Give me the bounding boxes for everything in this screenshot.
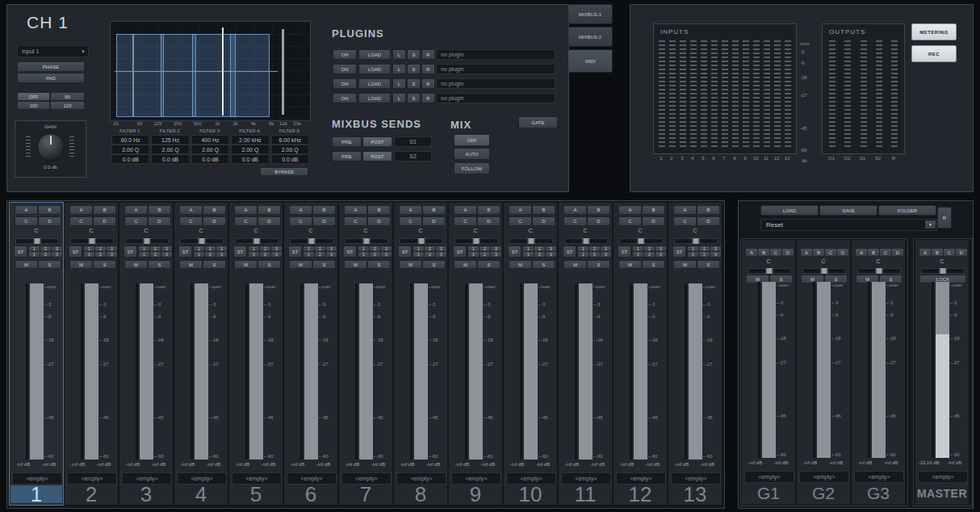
pan-slider[interactable] xyxy=(125,238,169,244)
stereo-button[interactable]: ST xyxy=(453,246,467,258)
fader-track[interactable] xyxy=(81,283,83,460)
eq-band-5[interactable] xyxy=(230,34,270,117)
send-1-bottom-button[interactable]: 1 xyxy=(138,251,150,258)
send-3-bottom-button[interactable]: 3 xyxy=(655,251,667,258)
channel-strip-2[interactable]: ABCDCST112233MSover-3-9-18-27-45-60-inf … xyxy=(65,203,118,505)
mute-button[interactable]: M xyxy=(179,260,203,269)
route-c-button[interactable]: C xyxy=(618,216,642,226)
send-3-bottom-button[interactable]: 3 xyxy=(216,251,228,258)
send-2-bottom-button[interactable]: 2 xyxy=(94,251,107,258)
stereo-button[interactable]: ST xyxy=(124,246,137,258)
route-c-button[interactable]: C xyxy=(179,216,203,226)
solo-button[interactable]: S xyxy=(258,260,281,269)
plugin-r-button[interactable]: R xyxy=(421,64,435,74)
mute-button[interactable]: M xyxy=(15,260,38,269)
mute-button[interactable]: M xyxy=(509,260,532,269)
mix-off-button[interactable]: OFF xyxy=(454,134,490,146)
filter-gain-value[interactable]: 0.0 dB xyxy=(151,154,189,164)
plugin-l-button[interactable]: L xyxy=(392,49,406,60)
plugin-on-button[interactable]: ON xyxy=(333,64,357,74)
hpf-off-button[interactable]: OFF xyxy=(17,92,50,101)
route-d-button[interactable]: D xyxy=(38,216,61,226)
fader-track[interactable] xyxy=(191,283,193,460)
route-d-button[interactable]: D xyxy=(312,216,336,226)
eq-band-4[interactable] xyxy=(192,34,236,117)
snapshot-save-button[interactable]: SAVE xyxy=(819,205,877,216)
hpf-120-button[interactable]: 120 xyxy=(50,101,85,110)
channel-strip-12[interactable]: ABCDCST112233MSover-3-9-18-27-45-60-inf … xyxy=(614,203,667,505)
pan-slider[interactable] xyxy=(509,238,553,244)
fader-track[interactable] xyxy=(630,283,632,460)
solo-button[interactable]: S xyxy=(422,260,446,269)
route-b-button[interactable]: B xyxy=(477,205,500,215)
route-c-button[interactable]: C xyxy=(454,216,477,226)
strip-label[interactable]: 5 xyxy=(230,485,282,503)
plugin-slot[interactable]: no plugin xyxy=(436,49,555,60)
plugin-r-button[interactable]: R xyxy=(421,93,435,103)
filter-q-value[interactable]: 2.00 Q xyxy=(231,145,269,154)
route-b-button[interactable]: B xyxy=(148,205,171,215)
route-a-button[interactable]: A xyxy=(855,248,868,257)
send-3-bottom-button[interactable]: 3 xyxy=(325,251,337,258)
filter-q-value[interactable]: 2.00 Q xyxy=(191,145,229,154)
stereo-button[interactable]: ST xyxy=(288,246,302,258)
channel-strip-3[interactable]: ABCDCST112233MSover-3-9-18-27-45-60-inf … xyxy=(119,203,173,505)
route-d-button[interactable]: D xyxy=(587,216,610,226)
route-a-button[interactable]: A xyxy=(399,205,422,215)
send-2-bottom-button[interactable]: 2 xyxy=(588,251,601,258)
metering-button[interactable]: METERING xyxy=(911,23,957,40)
mix-follow-button[interactable]: FOLLOW xyxy=(454,162,490,174)
plugin-load-button[interactable]: LOAD xyxy=(358,64,391,74)
route-b-button[interactable]: B xyxy=(587,205,610,215)
solo-button[interactable]: S xyxy=(532,260,555,269)
plugin-s-button[interactable]: S xyxy=(407,64,421,74)
strip-label[interactable]: 2 xyxy=(65,485,117,503)
fader-track[interactable] xyxy=(932,282,934,458)
route-d-button[interactable]: D xyxy=(642,216,665,226)
route-a-button[interactable]: A xyxy=(454,205,477,215)
solo-button[interactable]: S xyxy=(38,260,61,269)
strip-plugin-slot[interactable]: <empty> xyxy=(744,471,794,483)
plugin-on-button[interactable]: ON xyxy=(333,49,357,60)
send-2-bottom-button[interactable]: 2 xyxy=(698,251,710,258)
fader-track[interactable] xyxy=(685,283,687,460)
group-strip-g2[interactable]: ABCDCMSover-3-9-18-27-45-60-inf dB-inf d… xyxy=(797,240,850,505)
strip-plugin-slot[interactable]: <empty> xyxy=(854,471,904,483)
plugin-s-button[interactable]: S xyxy=(407,49,421,60)
fader-track[interactable] xyxy=(868,282,870,458)
pan-handle[interactable] xyxy=(583,237,590,245)
phase-button[interactable]: PHASE xyxy=(17,61,85,72)
pan-handle[interactable] xyxy=(821,267,828,275)
input-select[interactable]: Input 1 ▼ xyxy=(17,45,89,57)
channel-strip-4[interactable]: ABCDCST112233MSover-3-9-18-27-45-60-inf … xyxy=(174,203,228,505)
send-1-bottom-button[interactable]: 1 xyxy=(522,251,534,258)
strip-label[interactable]: 6 xyxy=(285,485,337,503)
channel-strip-13[interactable]: ABCDCST112233MSover-3-9-18-27-45-60-inf … xyxy=(668,203,722,505)
send-2-bottom-button[interactable]: 2 xyxy=(424,251,436,258)
plugin-load-button[interactable]: LOAD xyxy=(358,49,391,60)
route-d-button[interactable]: D xyxy=(955,248,968,257)
route-b-button[interactable]: B xyxy=(867,248,880,257)
pan-slider[interactable] xyxy=(400,238,443,244)
route-a-button[interactable]: A xyxy=(344,205,367,215)
pan-slider[interactable] xyxy=(454,238,498,244)
route-b-button[interactable]: B xyxy=(367,205,391,215)
r-button[interactable]: R xyxy=(937,207,952,229)
route-c-button[interactable]: C xyxy=(234,216,258,226)
route-c-button[interactable]: C xyxy=(289,216,312,226)
channel-strip-8[interactable]: ABCDCST112233MSover-3-9-18-27-45-60-inf … xyxy=(394,203,447,505)
send-3-bottom-button[interactable]: 3 xyxy=(710,251,722,258)
route-c-button[interactable]: C xyxy=(509,216,532,226)
filter-freq-value[interactable]: 400 Hz xyxy=(191,135,229,145)
filter-gain-value[interactable]: 0.0 dB xyxy=(231,154,269,164)
send-post-button[interactable]: POST xyxy=(362,151,392,162)
hpf-100-button[interactable]: 100 xyxy=(17,101,50,110)
route-d-button[interactable]: D xyxy=(781,248,794,257)
send-3-bottom-button[interactable]: 3 xyxy=(161,251,173,258)
route-d-button[interactable]: D xyxy=(367,216,391,226)
snapshot-folder-button[interactable]: FOLDER xyxy=(878,205,936,216)
pan-handle[interactable] xyxy=(876,267,883,275)
channel-strip-1[interactable]: ABCDCST112233MSover-3-9-18-27-45-60-inf … xyxy=(10,203,63,505)
pan-handle[interactable] xyxy=(308,237,316,245)
route-b-button[interactable]: B xyxy=(422,205,446,215)
